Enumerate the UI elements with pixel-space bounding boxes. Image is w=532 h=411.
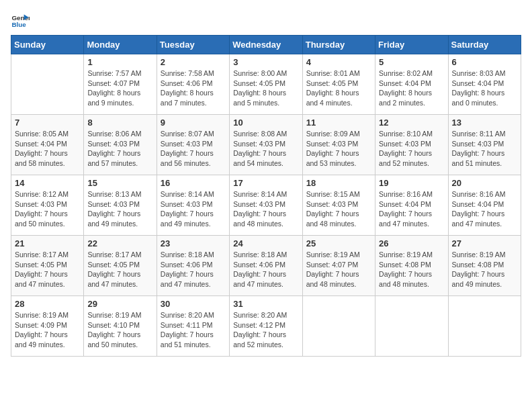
- calendar-cell: 25Sunrise: 8:19 AM Sunset: 4:07 PM Dayli…: [302, 236, 375, 296]
- calendar-table: SundayMondayTuesdayWednesdayThursdayFrid…: [11, 35, 521, 357]
- calendar-cell: 9Sunrise: 8:07 AM Sunset: 4:03 PM Daylig…: [157, 115, 229, 175]
- calendar-cell: 7Sunrise: 8:05 AM Sunset: 4:04 PM Daylig…: [11, 115, 84, 175]
- calendar-week-row: 1Sunrise: 7:57 AM Sunset: 4:07 PM Daylig…: [11, 54, 521, 115]
- day-number: 3: [233, 57, 298, 67]
- day-info: Sunrise: 8:18 AM Sunset: 4:06 PM Dayligh…: [233, 250, 298, 289]
- day-info: Sunrise: 7:58 AM Sunset: 4:06 PM Dayligh…: [161, 68, 226, 108]
- day-number: 14: [15, 178, 80, 188]
- calendar-cell: 14Sunrise: 8:12 AM Sunset: 4:03 PM Dayli…: [11, 175, 84, 236]
- calendar-cell: [302, 296, 375, 357]
- day-number: 13: [452, 118, 517, 128]
- calendar-week-row: 7Sunrise: 8:05 AM Sunset: 4:04 PM Daylig…: [11, 115, 521, 175]
- calendar-cell: 27Sunrise: 8:19 AM Sunset: 4:08 PM Dayli…: [448, 236, 521, 296]
- day-info: Sunrise: 8:13 AM Sunset: 4:03 PM Dayligh…: [87, 189, 152, 229]
- calendar-week-row: 21Sunrise: 8:17 AM Sunset: 4:05 PM Dayli…: [11, 236, 521, 296]
- svg-text:Blue: Blue: [11, 21, 26, 28]
- calendar-cell: 20Sunrise: 8:16 AM Sunset: 4:04 PM Dayli…: [448, 175, 521, 236]
- day-number: 18: [306, 178, 371, 188]
- day-number: 20: [452, 178, 517, 188]
- day-info: Sunrise: 8:05 AM Sunset: 4:04 PM Dayligh…: [15, 129, 80, 169]
- day-number: 19: [379, 178, 444, 188]
- calendar-cell: 11Sunrise: 8:09 AM Sunset: 4:03 PM Dayli…: [302, 115, 375, 175]
- calendar-cell: [375, 296, 448, 357]
- day-info: Sunrise: 8:02 AM Sunset: 4:04 PM Dayligh…: [379, 68, 444, 108]
- day-number: 1: [87, 57, 152, 67]
- day-number: 26: [379, 238, 444, 248]
- day-info: Sunrise: 8:19 AM Sunset: 4:08 PM Dayligh…: [452, 250, 517, 289]
- day-number: 31: [233, 299, 298, 309]
- day-info: Sunrise: 8:11 AM Sunset: 4:03 PM Dayligh…: [452, 129, 517, 169]
- calendar-cell: 30Sunrise: 8:20 AM Sunset: 4:11 PM Dayli…: [157, 296, 229, 357]
- day-info: Sunrise: 8:20 AM Sunset: 4:12 PM Dayligh…: [233, 310, 298, 350]
- weekday-header: Sunday: [11, 36, 84, 54]
- day-info: Sunrise: 8:19 AM Sunset: 4:09 PM Dayligh…: [15, 310, 80, 350]
- calendar-cell: [448, 296, 521, 357]
- day-number: 30: [161, 299, 226, 309]
- day-info: Sunrise: 8:17 AM Sunset: 4:05 PM Dayligh…: [87, 250, 152, 289]
- calendar-cell: 12Sunrise: 8:10 AM Sunset: 4:03 PM Dayli…: [375, 115, 448, 175]
- calendar-week-row: 28Sunrise: 8:19 AM Sunset: 4:09 PM Dayli…: [11, 296, 521, 357]
- day-number: 10: [233, 118, 298, 128]
- day-info: Sunrise: 7:57 AM Sunset: 4:07 PM Dayligh…: [87, 68, 152, 108]
- day-number: 27: [452, 238, 517, 248]
- weekday-header: Monday: [84, 36, 157, 54]
- calendar-cell: 8Sunrise: 8:06 AM Sunset: 4:03 PM Daylig…: [84, 115, 157, 175]
- day-number: 16: [161, 178, 226, 188]
- day-number: 4: [306, 57, 371, 67]
- day-info: Sunrise: 8:01 AM Sunset: 4:05 PM Dayligh…: [306, 68, 371, 108]
- day-number: 24: [233, 238, 298, 248]
- day-number: 25: [306, 238, 371, 248]
- day-number: 5: [379, 57, 444, 67]
- day-number: 8: [87, 118, 152, 128]
- day-number: 2: [161, 57, 226, 67]
- calendar-cell: 17Sunrise: 8:14 AM Sunset: 4:03 PM Dayli…: [230, 175, 302, 236]
- day-info: Sunrise: 8:14 AM Sunset: 4:03 PM Dayligh…: [233, 189, 298, 229]
- day-number: 7: [15, 118, 80, 128]
- day-info: Sunrise: 8:17 AM Sunset: 4:05 PM Dayligh…: [15, 250, 80, 289]
- day-number: 23: [161, 238, 226, 248]
- weekday-header: Friday: [375, 36, 448, 54]
- calendar-cell: 18Sunrise: 8:15 AM Sunset: 4:03 PM Dayli…: [302, 175, 375, 236]
- day-number: 17: [233, 178, 298, 188]
- day-info: Sunrise: 8:10 AM Sunset: 4:03 PM Dayligh…: [379, 129, 444, 169]
- day-number: 29: [87, 299, 152, 309]
- calendar-cell: [11, 54, 84, 115]
- calendar-cell: 31Sunrise: 8:20 AM Sunset: 4:12 PM Dayli…: [230, 296, 302, 357]
- day-info: Sunrise: 8:03 AM Sunset: 4:04 PM Dayligh…: [452, 68, 517, 108]
- weekday-header: Tuesday: [157, 36, 229, 54]
- calendar-cell: 21Sunrise: 8:17 AM Sunset: 4:05 PM Dayli…: [11, 236, 84, 296]
- calendar-header: SundayMondayTuesdayWednesdayThursdayFrid…: [11, 36, 521, 54]
- calendar-cell: 13Sunrise: 8:11 AM Sunset: 4:03 PM Dayli…: [448, 115, 521, 175]
- day-info: Sunrise: 8:19 AM Sunset: 4:10 PM Dayligh…: [87, 310, 152, 350]
- calendar-week-row: 14Sunrise: 8:12 AM Sunset: 4:03 PM Dayli…: [11, 175, 521, 236]
- weekday-row: SundayMondayTuesdayWednesdayThursdayFrid…: [11, 36, 521, 54]
- calendar-cell: 29Sunrise: 8:19 AM Sunset: 4:10 PM Dayli…: [84, 296, 157, 357]
- day-info: Sunrise: 8:09 AM Sunset: 4:03 PM Dayligh…: [306, 129, 371, 169]
- day-number: 9: [161, 118, 226, 128]
- page-header: General Blue: [11, 11, 521, 30]
- calendar-body: 1Sunrise: 7:57 AM Sunset: 4:07 PM Daylig…: [11, 54, 521, 357]
- day-info: Sunrise: 8:20 AM Sunset: 4:11 PM Dayligh…: [161, 310, 226, 350]
- calendar-cell: 2Sunrise: 7:58 AM Sunset: 4:06 PM Daylig…: [157, 54, 229, 115]
- logo: General Blue: [11, 11, 32, 30]
- day-info: Sunrise: 8:19 AM Sunset: 4:08 PM Dayligh…: [379, 250, 444, 289]
- day-info: Sunrise: 8:00 AM Sunset: 4:05 PM Dayligh…: [233, 68, 298, 108]
- weekday-header: Wednesday: [230, 36, 302, 54]
- day-number: 15: [87, 178, 152, 188]
- calendar-cell: 15Sunrise: 8:13 AM Sunset: 4:03 PM Dayli…: [84, 175, 157, 236]
- day-number: 11: [306, 118, 371, 128]
- day-info: Sunrise: 8:12 AM Sunset: 4:03 PM Dayligh…: [15, 189, 80, 229]
- day-info: Sunrise: 8:16 AM Sunset: 4:04 PM Dayligh…: [452, 189, 517, 229]
- day-info: Sunrise: 8:06 AM Sunset: 4:03 PM Dayligh…: [87, 129, 152, 169]
- day-number: 21: [15, 238, 80, 248]
- calendar-cell: 4Sunrise: 8:01 AM Sunset: 4:05 PM Daylig…: [302, 54, 375, 115]
- day-number: 22: [87, 238, 152, 248]
- calendar-cell: 10Sunrise: 8:08 AM Sunset: 4:03 PM Dayli…: [230, 115, 302, 175]
- calendar-cell: 22Sunrise: 8:17 AM Sunset: 4:05 PM Dayli…: [84, 236, 157, 296]
- day-info: Sunrise: 8:18 AM Sunset: 4:06 PM Dayligh…: [161, 250, 226, 289]
- weekday-header: Saturday: [448, 36, 521, 54]
- day-info: Sunrise: 8:15 AM Sunset: 4:03 PM Dayligh…: [306, 189, 371, 229]
- calendar-cell: 28Sunrise: 8:19 AM Sunset: 4:09 PM Dayli…: [11, 296, 84, 357]
- day-info: Sunrise: 8:16 AM Sunset: 4:04 PM Dayligh…: [379, 189, 444, 229]
- calendar-cell: 6Sunrise: 8:03 AM Sunset: 4:04 PM Daylig…: [448, 54, 521, 115]
